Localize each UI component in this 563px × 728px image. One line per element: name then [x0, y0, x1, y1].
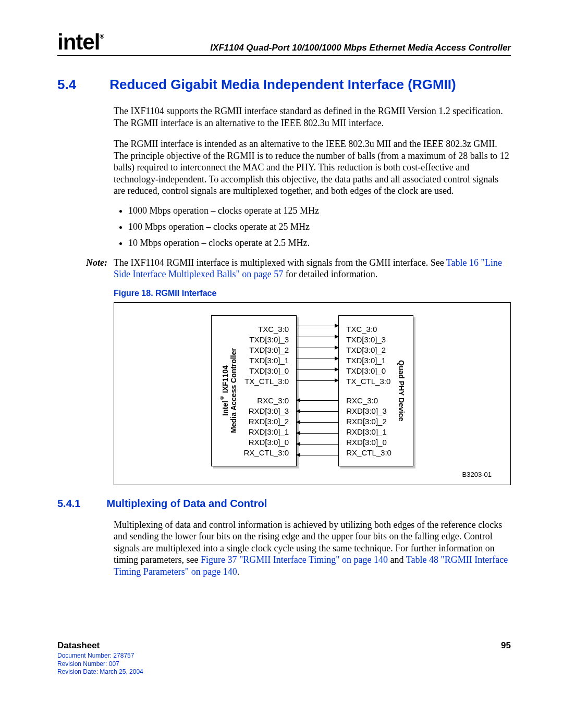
- subsection-title: Multiplexing of Data and Control: [106, 498, 267, 510]
- signal-label: TXD[3:0]_2: [346, 346, 391, 354]
- para-2: The RGMII interface is intended as an al…: [114, 138, 511, 197]
- subsection-number: 5.4.1: [57, 498, 80, 510]
- section-title: Reduced Gigabit Media Independent Interf…: [109, 77, 456, 93]
- signal-label: RXC_3:0: [346, 396, 391, 405]
- doc-title: IXF1104 Quad-Port 10/100/1000 Mbps Ether…: [210, 43, 511, 53]
- section-5-4-heading: 5.4 Reduced Gigabit Media Independent In…: [57, 77, 511, 93]
- arrow-left-icon: [297, 444, 338, 445]
- revision-number: Revision Number: 007: [57, 660, 511, 669]
- phy-block-label: Quad PHY Device: [397, 360, 406, 421]
- arrow-column: [297, 315, 338, 466]
- signal-label: TXD[3:0]_0: [244, 366, 289, 375]
- phy-signals: TXC_3:0 TXD[3:0]_3 TXD[3:0]_2 TXD[3:0]_1…: [346, 325, 391, 457]
- signal-label: TX_CTL_3:0: [346, 377, 391, 386]
- registered-mark: ®: [100, 33, 104, 40]
- note-label: Note:: [57, 257, 114, 280]
- page-number: 95: [501, 640, 511, 651]
- signal-label: TXD[3:0]_3: [244, 335, 289, 344]
- note-text-pre: The IXF1104 RGMII interface is multiplex…: [114, 257, 446, 268]
- page-footer: Datasheet 95 Document Number: 278757 Rev…: [57, 640, 511, 676]
- intel-logo: intel®: [57, 31, 104, 53]
- signal-label: RX_CTL_3:0: [244, 448, 289, 457]
- logo-text: intel: [57, 30, 100, 54]
- signal-label: TXC_3:0: [244, 325, 289, 334]
- signal-label: RXD[3:0]_0: [346, 438, 391, 447]
- note-body: The IXF1104 RGMII interface is multiplex…: [114, 257, 511, 280]
- note-block: Note: The IXF1104 RGMII interface is mul…: [57, 257, 511, 280]
- mac-block-label: Intel® IXF1104Media Access Controller: [219, 348, 238, 433]
- phy-block: TXC_3:0 TXD[3:0]_3 TXD[3:0]_2 TXD[3:0]_1…: [338, 315, 413, 466]
- arrow-left-icon: [297, 433, 338, 434]
- signal-label: RXD[3:0]_2: [346, 417, 391, 426]
- arrow-left-icon: [297, 455, 338, 455]
- signal-label: RXD[3:0]_1: [244, 427, 289, 436]
- signal-label: RXD[3:0]_3: [346, 406, 391, 415]
- text-mid: and: [388, 554, 406, 565]
- revision-date: Revision Date: March 25, 2004: [57, 668, 511, 676]
- para-1: The IXF1104 supports the RGMII interface…: [114, 105, 511, 129]
- arrow-right-icon: [297, 337, 338, 337]
- signal-label: TXD[3:0]_3: [346, 335, 391, 344]
- arrow-right-icon: [297, 380, 338, 381]
- list-item: 10 Mbps operation – clocks operate at 2.…: [128, 238, 511, 249]
- list-item: 1000 Mbps operation – clocks operate at …: [128, 205, 511, 216]
- section-number: 5.4: [57, 77, 76, 93]
- page-header: intel® IXF1104 Quad-Port 10/100/1000 Mbp…: [57, 31, 511, 56]
- text-post: .: [237, 566, 240, 577]
- section-5-4-1-heading: 5.4.1 Multiplexing of Data and Control: [57, 498, 511, 510]
- signal-label: TXD[3:0]_0: [346, 366, 391, 375]
- signal-label: RXD[3:0]_0: [244, 438, 289, 447]
- figure-18: Intel® IXF1104Media Access Controller TX…: [114, 302, 511, 485]
- arrow-right-icon: [297, 359, 338, 359]
- signal-label: RXD[3:0]_3: [244, 406, 289, 415]
- arrow-right-icon: [297, 326, 338, 326]
- signal-label: TXD[3:0]_1: [346, 356, 391, 365]
- arrow-left-icon: [297, 411, 338, 412]
- figure-id: B3203-01: [133, 471, 492, 478]
- signal-label: RXC_3:0: [244, 396, 289, 405]
- signal-label: TXD[3:0]_1: [244, 356, 289, 365]
- footer-label: Datasheet: [57, 640, 100, 651]
- signal-label: RX_CTL_3:0: [346, 448, 391, 457]
- signal-label: RXD[3:0]_1: [346, 427, 391, 436]
- signal-label: TXD[3:0]_2: [244, 346, 289, 354]
- xref-figure-37[interactable]: Figure 37 "RGMII Interface Timing" on pa…: [201, 554, 388, 565]
- mac-signals: TXC_3:0 TXD[3:0]_3 TXD[3:0]_2 TXD[3:0]_1…: [244, 325, 289, 457]
- figure-18-caption: Figure 18. RGMII Interface: [114, 289, 511, 298]
- signal-label: RXD[3:0]_2: [244, 417, 289, 426]
- signal-label: TXC_3:0: [346, 325, 391, 334]
- para-5-4-1: Multiplexing of data and control informa…: [114, 519, 511, 578]
- note-text-post: for detailed information.: [283, 269, 377, 279]
- arrow-right-icon: [297, 348, 338, 348]
- arrow-left-icon: [297, 400, 338, 401]
- arrow-left-icon: [297, 422, 338, 423]
- clock-list: 1000 Mbps operation – clocks operate at …: [114, 205, 511, 249]
- mac-block: Intel® IXF1104Media Access Controller TX…: [211, 315, 297, 466]
- rgmii-diagram: Intel® IXF1104Media Access Controller TX…: [133, 315, 492, 466]
- list-item: 100 Mbps operation – clocks operate at 2…: [128, 221, 511, 232]
- arrow-right-icon: [297, 369, 338, 370]
- signal-label: TX_CTL_3:0: [244, 377, 289, 386]
- doc-number: Document Number: 278757: [57, 652, 511, 660]
